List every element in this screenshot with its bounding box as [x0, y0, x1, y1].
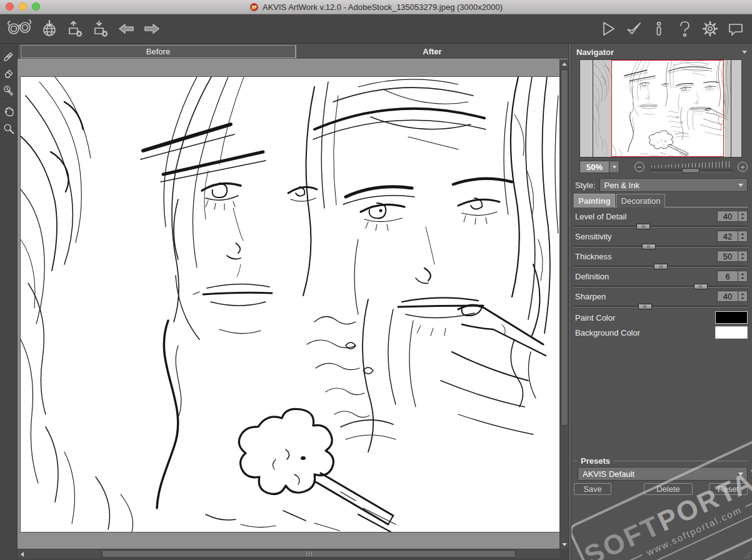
apply-button[interactable]: [623, 19, 643, 39]
style-dropdown-arrow-icon: [738, 184, 743, 187]
sensitivity-handle[interactable]: [642, 244, 656, 249]
style-row: Style: Pen & Ink: [575, 178, 748, 192]
toolbox-divider: [2, 100, 15, 101]
zoom-select[interactable]: 50%: [579, 161, 619, 173]
zoom-out-button[interactable]: −: [634, 162, 644, 172]
akvis-logo-icon[interactable]: [5, 19, 34, 39]
param-label: Sharpen: [575, 292, 717, 301]
preset-buttons: Save Delete Reset: [574, 483, 748, 495]
presets-dropdown[interactable]: AKVIS Default: [578, 467, 748, 481]
parameter-tabs: Painting Decoration: [574, 194, 748, 208]
preferences-button[interactable]: [700, 19, 720, 39]
zoom-tool[interactable]: [0, 120, 18, 138]
settings-panel: Navigator 50% − + Style:: [571, 44, 752, 560]
view-tabbar: Before After: [18, 44, 568, 59]
param-row-thickness: Thickness 50: [575, 250, 748, 262]
artwork-sketch: [21, 77, 559, 532]
history-brush-tool[interactable]: [0, 81, 18, 99]
param-label: Thickness: [575, 252, 717, 261]
level-of-detail-slider[interactable]: [574, 224, 748, 229]
sensitivity-slider[interactable]: [574, 244, 748, 249]
zoom-slider[interactable]: [649, 161, 734, 173]
app-window: AKVIS ArtWork v.12.0 - AdobeStock_135053…: [0, 0, 752, 560]
sharpen-slider[interactable]: [574, 304, 748, 309]
thickness-stepper[interactable]: [738, 251, 748, 262]
app-icon: [249, 2, 259, 12]
style-dropdown[interactable]: Pen & Ink: [599, 178, 748, 192]
tab-before[interactable]: Before: [21, 45, 296, 58]
zoom-slider-handle[interactable]: [682, 168, 699, 173]
run-button[interactable]: [598, 19, 618, 39]
zoom-select-arrow-icon[interactable]: [609, 161, 619, 172]
delete-preset-button[interactable]: Delete: [644, 483, 693, 495]
tab-before-label: Before: [146, 47, 170, 56]
watermark-url: www.softportal.com: [644, 504, 743, 558]
info-button[interactable]: [649, 19, 669, 39]
minimize-window-button[interactable]: [19, 2, 27, 11]
thickness-handle[interactable]: [654, 264, 668, 269]
help-button[interactable]: [674, 19, 694, 39]
thickness-value[interactable]: 50: [717, 251, 738, 262]
feedback-button[interactable]: [726, 19, 746, 39]
level-of-detail-handle[interactable]: [636, 224, 650, 229]
navigator-collapse-icon[interactable]: [742, 51, 747, 54]
background-color-swatch[interactable]: [715, 326, 748, 339]
export-presets-button[interactable]: [65, 19, 85, 39]
save-preset-button[interactable]: Save: [574, 483, 611, 495]
sharpen-handle[interactable]: [638, 304, 652, 309]
zoom-in-button[interactable]: +: [738, 162, 748, 172]
horizontal-scrollbar[interactable]: [18, 549, 568, 558]
navigator-title: Navigator: [576, 48, 614, 57]
param-row-sharpen: Sharpen 40: [575, 290, 748, 302]
navigator-dim-left: [593, 60, 612, 157]
level-of-detail-value[interactable]: 40: [717, 211, 738, 222]
paint-color-label: Paint Color: [575, 313, 715, 322]
param-row-sensitivity: Sensitivity 42: [575, 230, 748, 242]
hand-tool[interactable]: [0, 102, 18, 120]
tab-after[interactable]: After: [296, 45, 568, 58]
forward-arrow-button[interactable]: [142, 19, 162, 39]
paint-color-swatch[interactable]: [715, 311, 748, 324]
tab-painting[interactable]: Painting: [574, 194, 615, 208]
web-download-button[interactable]: [39, 19, 59, 39]
sensitivity-value[interactable]: 42: [717, 231, 738, 242]
window-title: AKVIS ArtWork v.12.0 - AdobeStock_135053…: [263, 2, 503, 12]
zoom-controls: 50% − +: [579, 160, 748, 174]
sensitivity-stepper[interactable]: [738, 231, 748, 242]
import-presets-button[interactable]: [91, 19, 111, 39]
left-toolbox: [0, 44, 18, 560]
sharpen-value[interactable]: 40: [717, 291, 738, 302]
stroke-pen-tool[interactable]: [0, 46, 18, 64]
vertical-scrollbar[interactable]: [559, 59, 568, 549]
paint-color-row: Paint Color: [575, 311, 748, 324]
horizontal-scroll-thumb[interactable]: [102, 550, 516, 558]
background-color-label: Background Color: [575, 328, 715, 338]
definition-value[interactable]: 6: [717, 271, 738, 282]
eraser-tool[interactable]: [0, 64, 18, 81]
close-window-button[interactable]: [6, 2, 14, 11]
definition-stepper[interactable]: [738, 271, 748, 282]
sharpen-stepper[interactable]: [738, 291, 748, 302]
tab-decoration[interactable]: Decoration: [616, 194, 665, 208]
scroll-left-button[interactable]: [18, 549, 26, 559]
navigator-thumbnail[interactable]: [579, 59, 742, 158]
main-toolbar: [0, 14, 752, 44]
reset-preset-button[interactable]: Reset: [709, 483, 748, 495]
zoom-value: 50%: [580, 162, 609, 172]
softportal-watermark: SOFTPORTALTM www.softportal.com: [571, 431, 752, 560]
navigator-view-frame[interactable]: [611, 60, 724, 157]
zoom-window-button[interactable]: [32, 2, 40, 11]
vertical-scroll-thumb[interactable]: [561, 69, 568, 426]
level-of-detail-stepper[interactable]: [738, 211, 748, 222]
scroll-down-button[interactable]: [560, 540, 569, 549]
definition-slider[interactable]: [574, 284, 748, 289]
param-label: Level of Detail: [575, 212, 717, 221]
resize-grip-icon[interactable]: [743, 551, 751, 559]
scroll-up-button[interactable]: [560, 59, 569, 68]
back-arrow-button[interactable]: [116, 19, 136, 39]
titlebar: AKVIS ArtWork v.12.0 - AdobeStock_135053…: [0, 0, 752, 14]
thickness-slider[interactable]: [574, 264, 748, 269]
definition-handle[interactable]: [694, 284, 708, 289]
image-viewport[interactable]: [18, 59, 559, 549]
presets-title: Presets: [581, 456, 610, 466]
